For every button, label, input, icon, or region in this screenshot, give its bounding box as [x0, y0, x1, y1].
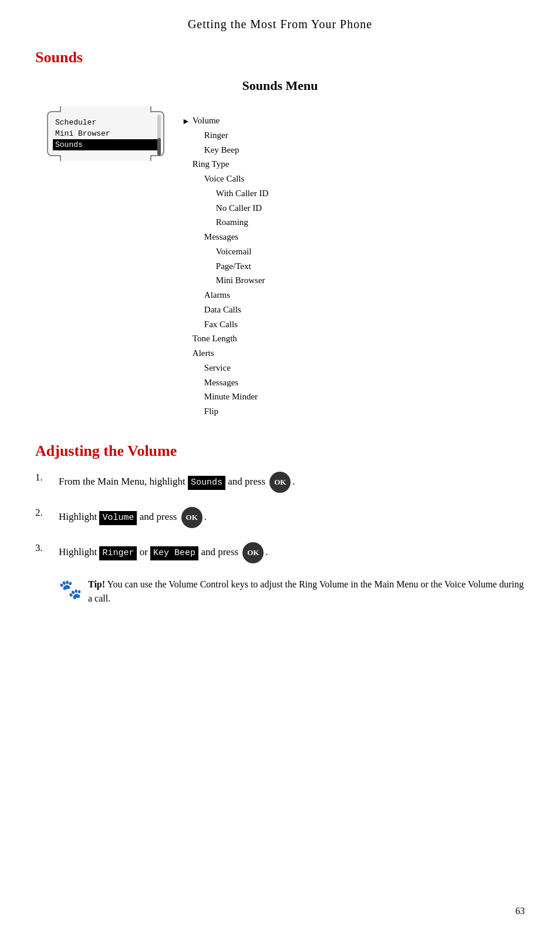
menu-item-messages: Messages: [193, 230, 268, 244]
sounds-section-title: Sounds: [0, 37, 560, 72]
menu-item-alerts: Alerts: [193, 346, 268, 361]
phone-screen: Scheduler Mini Browser Sounds: [47, 111, 164, 156]
menu-item-mini-browser: Mini Browser: [193, 273, 268, 288]
tip-box: 🐾 Tip! You can use the Volume Control ke…: [59, 577, 525, 606]
highlight-sounds: Sounds: [188, 476, 225, 490]
step-3: 3. Highlight Ringer or Key Beep and pres…: [35, 542, 525, 563]
menu-item-flip: Flip: [193, 404, 268, 419]
menu-item-voicemail: Voicemail: [193, 244, 268, 259]
menu-item-roaming: Roaming: [193, 215, 268, 230]
step-1-text: From the Main Menu, highlight Sounds and…: [59, 472, 525, 493]
steps-container: 1. From the Main Menu, highlight Sounds …: [0, 472, 560, 606]
scrollbar-thumb: [157, 138, 161, 156]
tip-icon: 🐾: [59, 575, 82, 603]
menu-item-service: Service: [193, 361, 268, 375]
step-2-text: Highlight Volume and press OK.: [59, 507, 525, 528]
menu-item-ring-type: Ring Type: [193, 157, 268, 172]
step-3-number: 3.: [35, 542, 59, 554]
screen-item-sounds: Sounds: [53, 139, 158, 150]
menu-item-with-caller-id: With Caller ID: [193, 186, 268, 201]
menu-item-data-calls: Data Calls: [193, 303, 268, 317]
menu-items-list: Volume Ringer Key Beep Ring Type Voice C…: [193, 113, 268, 419]
arrow-icon: ►: [182, 115, 190, 128]
highlight-volume: Volume: [99, 511, 137, 526]
menu-arrow: ► Volume Ringer Key Beep Ring Type Voice…: [182, 113, 268, 419]
step-3-text: Highlight Ringer or Key Beep and press O…: [59, 542, 525, 563]
step-1: 1. From the Main Menu, highlight Sounds …: [35, 472, 525, 493]
highlight-ringer: Ringer: [99, 546, 137, 561]
scrollbar: [157, 115, 161, 153]
page-number: 63: [515, 906, 525, 916]
screen-item-mini-browser: Mini Browser: [53, 128, 158, 139]
menu-item-page-text: Page/Text: [193, 259, 268, 274]
menu-item-tone-length: Tone Length: [193, 331, 268, 346]
highlight-key-beep: Key Beep: [150, 546, 198, 561]
ok-button-1[interactable]: OK: [269, 472, 291, 493]
step-1-number: 1.: [35, 472, 59, 483]
screen-item-scheduler: Scheduler: [53, 117, 158, 128]
menu-item-no-caller-id: No Caller ID: [193, 201, 268, 216]
tip-label: Tip!: [88, 579, 105, 589]
menu-item-ringer: Ringer: [193, 128, 268, 143]
step-2: 2. Highlight Volume and press OK.: [35, 507, 525, 528]
menu-item-alarms: Alarms: [193, 288, 268, 303]
adjusting-section-title: Adjusting the Volume: [0, 431, 560, 472]
tip-text: Tip! You can use the Volume Control keys…: [88, 577, 525, 606]
menu-item-key-beep: Key Beep: [193, 143, 268, 157]
ok-button-3[interactable]: OK: [242, 542, 264, 563]
page-header: Getting the Most From Your Phone: [0, 0, 560, 37]
menu-item-voice-calls: Voice Calls: [193, 172, 268, 186]
ok-button-2[interactable]: OK: [181, 507, 203, 528]
menu-item-volume: Volume: [193, 113, 268, 128]
menu-item-fax-calls: Fax Calls: [193, 317, 268, 332]
diagram: Scheduler Mini Browser Sounds ► Volume R…: [0, 105, 560, 419]
step-2-number: 2.: [35, 507, 59, 519]
menu-item-minute-minder: Minute Minder: [193, 389, 268, 404]
sounds-menu-title: Sounds Menu: [0, 72, 560, 105]
menu-tree: ► Volume Ringer Key Beep Ring Type Voice…: [164, 111, 268, 419]
menu-item-alerts-messages: Messages: [193, 375, 268, 390]
